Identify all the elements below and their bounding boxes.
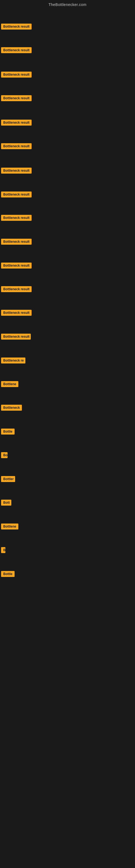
list-item[interactable]: Bottleneck result [1, 24, 32, 31]
bottleneck-badge[interactable]: Bottleneck result [1, 72, 32, 78]
list-item[interactable]: Bottleneck result [1, 215, 32, 222]
list-item[interactable]: Bottleneck result [1, 286, 32, 293]
list-item[interactable]: Bottler [1, 476, 15, 483]
list-item[interactable]: Bottleneck result [1, 47, 32, 54]
list-item[interactable]: Bottleneck result [1, 143, 32, 150]
items-container: Bottleneck resultBottleneck resultBottle… [0, 8, 135, 603]
bottleneck-badge[interactable]: Bottleneck result [1, 286, 32, 292]
bottleneck-badge[interactable]: Bottleneck result [1, 310, 32, 316]
bottleneck-badge[interactable]: Bottlene [1, 381, 18, 387]
bottleneck-badge[interactable]: Bottleneck result [1, 95, 32, 101]
bottleneck-badge[interactable]: Bo [1, 452, 8, 458]
bottleneck-badge[interactable]: Bottleneck result [1, 24, 32, 30]
list-item[interactable]: Bottleneck result [1, 120, 32, 127]
bottleneck-badge[interactable]: Bottlene [1, 524, 18, 529]
list-item[interactable]: Bottleneck result [1, 334, 31, 341]
bottleneck-badge[interactable]: Bottleneck result [1, 47, 32, 53]
list-item[interactable]: Bottleneck result [1, 72, 32, 79]
bottleneck-badge[interactable]: Bottle [1, 571, 14, 577]
bottleneck-badge[interactable]: Bottleneck result [1, 215, 32, 221]
site-title-container: TheBottlenecker.com [0, 0, 135, 8]
list-item[interactable]: Bottlene [1, 381, 18, 388]
bottleneck-badge[interactable]: Bottleneck result [1, 334, 31, 340]
list-item[interactable]: Bottlene [1, 524, 18, 531]
bottleneck-badge[interactable]: Bott [1, 500, 11, 506]
bottleneck-badge[interactable]: Bottleneck result [1, 191, 32, 197]
list-item[interactable]: Bottleneck result [1, 191, 32, 198]
list-item[interactable]: B [1, 547, 5, 554]
list-item[interactable]: Bottle [1, 571, 14, 578]
bottleneck-badge[interactable]: Bottleneck result [1, 143, 32, 149]
bottleneck-badge[interactable]: Bottleneck re [1, 358, 26, 364]
list-item[interactable]: Bott [1, 500, 11, 507]
bottleneck-badge[interactable]: B [1, 547, 5, 553]
list-item[interactable]: Bottleneck re [1, 358, 26, 365]
bottleneck-badge[interactable]: Bottleneck [1, 405, 22, 411]
list-item[interactable]: Bottleneck result [1, 95, 32, 102]
bottleneck-badge[interactable]: Bottleneck result [1, 239, 32, 245]
list-item[interactable]: Bottleneck result [1, 262, 32, 270]
bottleneck-badge[interactable]: Bottler [1, 476, 15, 482]
list-item[interactable]: Bottleneck result [1, 167, 32, 175]
list-item[interactable]: Bottleneck [1, 405, 22, 412]
list-item[interactable]: Bottleneck result [1, 239, 32, 246]
list-item[interactable]: Bottle [1, 429, 14, 436]
bottleneck-badge[interactable]: Bottle [1, 429, 14, 435]
list-item[interactable]: Bo [1, 452, 8, 459]
list-item[interactable]: Bottleneck result [1, 310, 32, 317]
bottleneck-badge[interactable]: Bottleneck result [1, 262, 32, 269]
site-title: TheBottlenecker.com [48, 1, 86, 8]
bottleneck-badge[interactable]: Bottleneck result [1, 120, 32, 126]
bottleneck-badge[interactable]: Bottleneck result [1, 167, 32, 174]
